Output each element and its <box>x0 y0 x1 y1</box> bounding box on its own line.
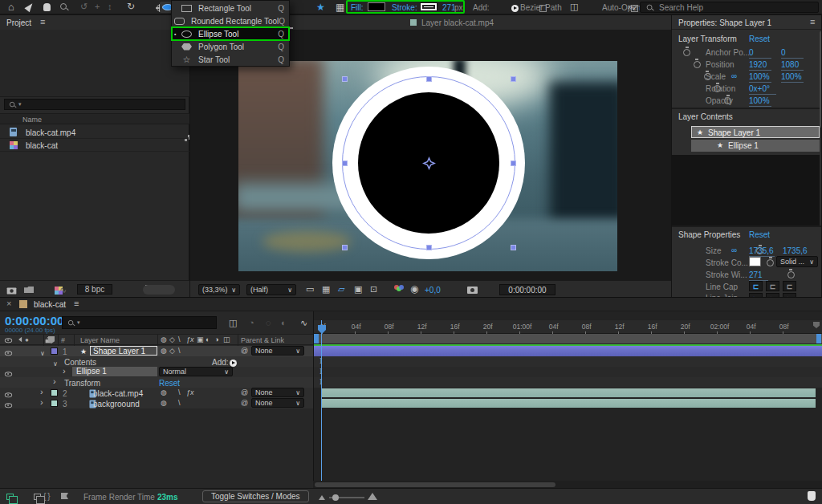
project-flag-icon[interactable] <box>61 493 68 499</box>
orbit-camera-tool-button[interactable] <box>80 2 87 11</box>
work-area-bar[interactable] <box>314 334 822 343</box>
layer-name-box[interactable]: Shape Layer 1 <box>90 346 157 356</box>
selection-handle[interactable] <box>426 76 432 82</box>
quality-switch[interactable] <box>178 348 181 355</box>
region-of-interest-toggle[interactable] <box>354 285 362 294</box>
selection-handle[interactable] <box>342 161 348 166</box>
rotation-label[interactable]: Rotation <box>706 84 735 93</box>
expand-chevron-icon[interactable] <box>40 398 43 407</box>
render-queue-icon[interactable] <box>6 494 14 500</box>
stroke-color-swatch[interactable] <box>749 257 761 266</box>
expand-chevron-icon[interactable] <box>40 388 43 396</box>
timeline-tab-label[interactable]: black-cat <box>34 300 66 309</box>
dolly-camera-tool-button[interactable] <box>108 2 112 11</box>
position-y-value[interactable]: 1080 <box>781 60 804 71</box>
bit-depth-button[interactable]: 8 bpc <box>77 284 112 295</box>
draft-3d-icon[interactable] <box>249 319 254 327</box>
fit-button[interactable] <box>306 285 314 294</box>
zoom-out-mountain-icon[interactable] <box>319 495 325 500</box>
visibility-eye-icon[interactable] <box>5 402 12 408</box>
close-icon[interactable] <box>6 299 11 308</box>
channel-rgb-icon[interactable] <box>394 285 404 293</box>
scale-label[interactable]: Scale <box>706 72 726 81</box>
guides-toggle[interactable] <box>370 285 377 294</box>
stopwatch-icon[interactable] <box>787 269 796 278</box>
link-size-icon[interactable] <box>731 246 737 254</box>
shy-switch[interactable] <box>161 348 167 355</box>
layer-row-shape-layer[interactable]: 1 Shape Layer 1 None <box>0 346 313 356</box>
parent-link-column-header[interactable]: Parent & Link <box>241 336 284 344</box>
label-color-chip[interactable] <box>51 348 58 355</box>
shy-switch[interactable] <box>161 389 167 396</box>
size-label[interactable]: Size <box>706 246 721 255</box>
parent-pickwhip-icon[interactable] <box>241 348 248 355</box>
flowchart-icon[interactable] <box>34 494 41 500</box>
layer-row-background[interactable]: 3 backgroound None <box>0 398 313 408</box>
create-mask-toggle[interactable] <box>336 2 344 12</box>
opacity-value[interactable]: 100% <box>749 96 771 107</box>
timeline-tab-menu-icon[interactable] <box>74 299 79 308</box>
exposure-value[interactable]: +0,0 <box>425 286 441 295</box>
menu-item-star-tool[interactable]: ☆Star ToolQ <box>172 53 289 66</box>
mask-visibility-toggle[interactable]: ▱ <box>338 285 344 294</box>
scrollbar-handle[interactable] <box>315 482 555 487</box>
hand-tool-button[interactable] <box>43 3 51 11</box>
time-ruler[interactable]: 0f04f08f12f16f20f01:00f04f08f12f16f20f02… <box>314 320 822 334</box>
timeline-zoom-slider[interactable] <box>329 497 364 498</box>
link-dimensions-icon[interactable] <box>731 71 737 80</box>
label-color-chip[interactable] <box>51 389 58 396</box>
home-button[interactable] <box>8 2 14 12</box>
footage-layer-bar[interactable] <box>321 388 816 397</box>
line-cap-projecting-button[interactable] <box>783 281 796 291</box>
line-cap-butt-button[interactable] <box>749 281 763 291</box>
adjustment-icon[interactable] <box>59 286 67 295</box>
stroke-color-label[interactable]: Stroke Co... <box>706 258 748 267</box>
line-cap-label[interactable]: Line Cap <box>706 282 738 291</box>
quality-switch[interactable] <box>178 389 181 396</box>
stroke-type-dropdown[interactable]: Solid ... <box>776 256 818 267</box>
current-timecode[interactable]: 0:00:00:00 <box>5 314 63 327</box>
new-folder-icon[interactable] <box>24 287 34 293</box>
layer-transform-reset[interactable]: Reset <box>749 35 770 43</box>
stroke-width-value[interactable]: 271 <box>749 270 768 281</box>
ellipse-selected-box[interactable]: Ellipse 1 <box>72 367 157 376</box>
anchor-point-icon[interactable] <box>422 156 436 170</box>
graph-editor-icon[interactable] <box>300 319 307 327</box>
shy-switch[interactable] <box>161 400 167 407</box>
pan-camera-tool-button[interactable] <box>95 2 100 11</box>
resolution-dropdown[interactable]: (Half) <box>246 284 296 295</box>
project-item-footage[interactable]: black-cat.mp4 <box>0 126 189 139</box>
layer-row-footage[interactable]: 2 black-cat.mp4 None <box>0 388 313 398</box>
toggle-switches-button[interactable]: Toggle Switches / Modes <box>202 490 309 502</box>
menu-item-ellipse-tool[interactable]: ▪Ellipse ToolQ <box>172 27 289 40</box>
work-area-end-handle[interactable] <box>816 334 821 343</box>
stroke-color-swatch[interactable] <box>420 2 437 11</box>
timeline-search-box[interactable]: ▾ <box>62 316 217 329</box>
property-row-ellipse[interactable]: Ellipse 1 Normal <box>0 367 313 377</box>
snapshot-camera-icon[interactable] <box>467 287 478 294</box>
stopwatch-icon[interactable] <box>683 47 691 55</box>
project-name-column-header[interactable]: Name <box>22 116 42 124</box>
anchor-point-label[interactable]: Anchor Po... <box>706 48 750 57</box>
parent-dropdown[interactable]: None <box>251 346 304 356</box>
quality-switch[interactable] <box>178 400 181 407</box>
rotate-tool-button[interactable] <box>127 2 135 11</box>
motion-blur-icon[interactable] <box>281 319 287 327</box>
interpret-footage-icon[interactable] <box>7 287 17 294</box>
selection-handle[interactable] <box>342 245 348 250</box>
layer-name-column-header[interactable]: Layer Name <box>80 336 120 344</box>
contents-row-shape-layer[interactable]: Shape Layer 1 <box>691 126 820 138</box>
menu-item-polygon-tool[interactable]: Polygon ToolQ <box>172 40 289 53</box>
zoom-in-mountain-icon[interactable] <box>368 493 377 500</box>
anchor-point-x-value[interactable]: 0 <box>749 48 771 59</box>
collapse-switch[interactable] <box>169 348 175 355</box>
transparency-grid-toggle[interactable] <box>322 285 330 294</box>
shape-properties-reset[interactable]: Reset <box>749 230 770 239</box>
background-layer-bar[interactable] <box>321 399 816 408</box>
playhead-line[interactable] <box>321 320 322 481</box>
search-help-box[interactable]: Search Help <box>640 2 819 13</box>
transform-reset[interactable]: Reset <box>159 379 180 388</box>
effects-switch[interactable] <box>186 389 194 396</box>
stopwatch-icon[interactable] <box>767 257 775 266</box>
menu-item-rectangle-tool[interactable]: Rectangle ToolQ <box>172 2 289 14</box>
